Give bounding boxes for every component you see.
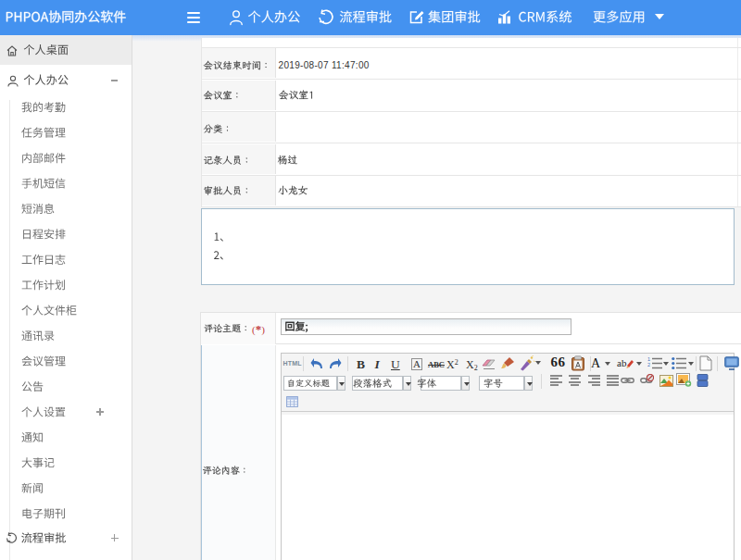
- svg-text:2: 2: [647, 362, 650, 367]
- svg-text:ab: ab: [617, 357, 627, 368]
